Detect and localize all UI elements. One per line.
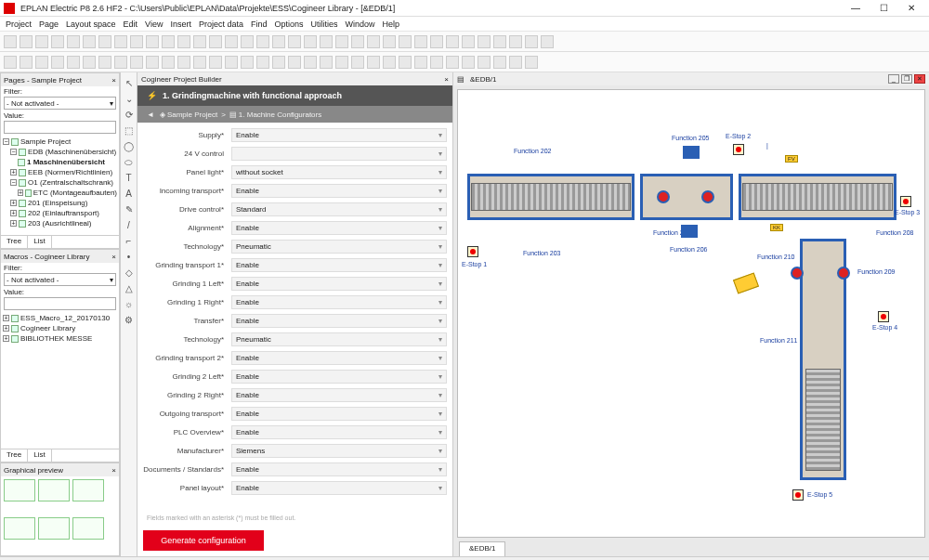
tool-icon[interactable]: ⌐ [124,236,135,247]
close-icon[interactable]: × [111,76,116,85]
pages-tree[interactable]: −Sample Project−EDB (Maschinenübersicht)… [1,135,119,235]
tool-icon[interactable]: T [124,173,135,184]
toolbar-icon[interactable] [399,56,412,69]
tree-row[interactable]: −EDB (Maschinenübersicht) [3,147,117,157]
toolbar-icon[interactable] [509,35,522,48]
window-maximize-button[interactable]: ☐ [870,3,897,13]
toolbar-icon[interactable] [256,56,269,69]
tool-icon[interactable]: ↖ [124,78,135,89]
preview-thumb[interactable] [72,479,104,501]
field-dropdown[interactable]: Enable▾ [231,481,447,495]
toolbar-icon[interactable] [162,56,175,69]
tool-icon[interactable]: ⬭ [124,157,135,168]
toolbar-icon[interactable] [241,56,254,69]
field-dropdown[interactable]: ▾ [231,147,447,161]
toolbar-icon[interactable] [114,35,127,48]
menu-edit[interactable]: Edit [124,20,138,29]
toolbar-icon[interactable] [130,56,143,69]
toolbar-icon[interactable] [351,56,364,69]
toolbar-icon[interactable] [304,56,317,69]
toolbar-icon[interactable] [256,35,269,48]
macros-value-input[interactable] [4,297,116,310]
field-dropdown[interactable]: Enable▾ [231,388,447,402]
expand-icon[interactable]: − [10,149,17,155]
toolbar-icon[interactable] [509,56,522,69]
tool-icon[interactable]: ⚙ [124,315,135,326]
tool-icon[interactable]: A [124,189,135,200]
pages-value-input[interactable] [4,121,116,134]
field-dropdown[interactable]: Enable▾ [231,462,447,476]
preview-thumb[interactable] [38,479,70,501]
toolbar-icon[interactable] [304,35,317,48]
tree-row[interactable]: −Sample Project [3,137,117,147]
toolbar-icon[interactable] [351,35,364,48]
toolbar-icon[interactable] [98,35,111,48]
field-dropdown[interactable]: Enable▾ [231,295,447,309]
toolbar-icon[interactable] [130,35,143,48]
tree-row[interactable]: −O1 (Zentralschaltschrank) [3,177,117,188]
toolbar-icon[interactable] [335,35,348,48]
tool-icon[interactable]: ⟳ [124,110,135,121]
toolbar-icon[interactable] [83,35,96,48]
tab-tree[interactable]: Tree [1,236,28,248]
menu-layout-space[interactable]: Layout space [66,20,116,29]
toolbar-icon[interactable] [288,35,301,48]
tool-icon[interactable]: ◯ [124,141,135,152]
toolbar-icon[interactable] [177,56,190,69]
toolbar-icon[interactable] [446,56,459,69]
tool-icon[interactable]: / [124,220,135,231]
toolbar-icon[interactable] [320,56,333,69]
macros-tree[interactable]: +ESS_Macro_12_20170130+Cogineer Library+… [1,311,119,449]
close-icon[interactable]: × [444,75,449,84]
field-dropdown[interactable]: Pneumatic▾ [231,332,447,346]
toolbar-icon[interactable] [4,56,17,69]
toolbar-icon[interactable] [383,35,396,48]
toolbar-icon[interactable] [225,35,238,48]
field-dropdown[interactable]: Siemens▾ [231,444,447,458]
field-dropdown[interactable]: without socket▾ [231,165,447,179]
tree-row[interactable]: +ESS_Macro_12_20170130 [3,313,117,323]
tool-icon[interactable]: ⌄ [124,94,135,105]
toolbar-icon[interactable] [399,35,412,48]
expand-icon[interactable]: − [3,138,9,145]
preview-thumb[interactable] [4,517,35,540]
menu-window[interactable]: Window [346,20,375,29]
field-dropdown[interactable]: Enable▾ [231,314,447,328]
generate-configuration-button[interactable]: Generate configuration [143,530,264,551]
field-dropdown[interactable]: Enable▾ [231,370,447,384]
field-dropdown[interactable]: Enable▾ [231,221,447,235]
preview-thumb[interactable] [38,517,70,540]
crumb-home[interactable]: Sample Project [167,111,217,119]
toolbar-icon[interactable] [414,35,427,48]
toolbar-icon[interactable] [462,56,475,69]
toolbar-icon[interactable] [209,35,222,48]
toolbar-icon[interactable] [462,35,475,48]
toolbar-icon[interactable] [383,56,396,69]
toolbar-icon[interactable] [225,56,238,69]
toolbar-icon[interactable] [35,35,48,48]
macros-filter-select[interactable]: - Not activated -▾ [4,273,116,286]
toolbar-icon[interactable] [209,56,222,69]
tool-icon[interactable]: ◇ [124,267,135,279]
tool-icon[interactable]: △ [124,283,135,294]
tool-icon[interactable]: • [124,252,135,263]
toolbar-icon[interactable] [20,35,33,48]
toolbar-icon[interactable] [193,56,206,69]
toolbar-icon[interactable] [335,56,348,69]
toolbar-icon[interactable] [478,56,491,69]
toolbar-icon[interactable] [446,35,459,48]
toolbar-icon[interactable] [367,56,380,69]
toolbar-icon[interactable] [430,35,443,48]
toolbar-icon[interactable] [493,56,506,69]
tree-row[interactable]: 1 Maschinenübersicht [3,157,117,167]
expand-icon[interactable]: + [3,315,9,321]
toolbar-icon[interactable] [430,56,443,69]
menu-page[interactable]: Page [39,20,59,29]
field-dropdown[interactable]: Enable▾ [231,258,447,272]
canvas-tab[interactable]: &EDB/1 [459,541,505,556]
toolbar-icon[interactable] [288,56,301,69]
mdi-close-button[interactable]: ✕ [914,74,925,84]
field-dropdown[interactable]: Enable▾ [231,407,447,421]
toolbar-icon[interactable] [241,35,254,48]
field-dropdown[interactable]: Enable▾ [231,425,447,439]
